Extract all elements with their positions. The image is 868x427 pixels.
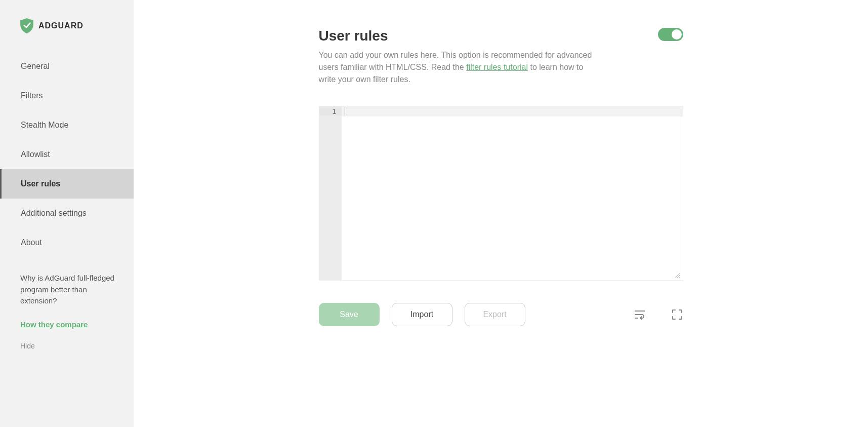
main-content: User rules You can add your own rules he… <box>134 0 868 427</box>
sidebar-item-label: About <box>21 238 42 247</box>
promo-compare-link[interactable]: How they compare <box>20 320 88 329</box>
promo-text: Why is AdGuard full-fledged program bett… <box>20 273 114 307</box>
wrap-lines-icon[interactable] <box>634 308 646 321</box>
sidebar-item-label: Additional settings <box>21 209 87 217</box>
rules-editor[interactable]: 1 <box>319 106 683 281</box>
actions-row: Save Import Export <box>319 303 683 326</box>
sidebar-item-allowlist[interactable]: Allowlist <box>0 140 134 169</box>
filter-rules-tutorial-link[interactable]: filter rules tutorial <box>466 63 528 71</box>
export-button[interactable]: Export <box>465 303 525 326</box>
sidebar-item-label: Stealth Mode <box>21 121 68 129</box>
line-number: 1 <box>319 107 342 115</box>
promo-hide-button[interactable]: Hide <box>20 342 114 350</box>
editor-gutter: 1 <box>319 106 342 280</box>
sidebar: ADGUARD General Filters Stealth Mode All… <box>0 0 134 427</box>
editor-code-area[interactable] <box>342 106 683 280</box>
sidebar-item-user-rules[interactable]: User rules <box>0 169 134 199</box>
sidebar-nav: General Filters Stealth Mode Allowlist U… <box>0 52 134 257</box>
sidebar-item-label: Allowlist <box>21 150 50 159</box>
page-title: User rules <box>319 28 388 44</box>
toggle-knob <box>672 29 682 40</box>
sidebar-item-general[interactable]: General <box>0 52 134 81</box>
editor-active-line <box>342 106 683 117</box>
fullscreen-icon[interactable] <box>671 308 683 321</box>
sidebar-item-additional-settings[interactable]: Additional settings <box>0 199 134 228</box>
sidebar-item-label: Filters <box>21 91 43 100</box>
sidebar-item-filters[interactable]: Filters <box>0 81 134 110</box>
editor-cursor <box>345 107 345 115</box>
user-rules-toggle[interactable] <box>658 28 683 41</box>
page-description: You can add your own rules here. This op… <box>319 49 602 86</box>
sidebar-item-label: General <box>21 62 50 70</box>
sidebar-item-stealth-mode[interactable]: Stealth Mode <box>0 110 134 140</box>
sidebar-promo: Why is AdGuard full-fledged program bett… <box>0 257 134 355</box>
brand-name: ADGUARD <box>38 21 84 30</box>
shield-icon <box>20 18 33 33</box>
save-button[interactable]: Save <box>319 303 380 326</box>
import-button[interactable]: Import <box>392 303 452 326</box>
sidebar-item-label: User rules <box>21 179 60 188</box>
sidebar-item-about[interactable]: About <box>0 228 134 257</box>
editor-resize-handle[interactable] <box>675 272 682 279</box>
brand-logo: ADGUARD <box>0 0 134 52</box>
